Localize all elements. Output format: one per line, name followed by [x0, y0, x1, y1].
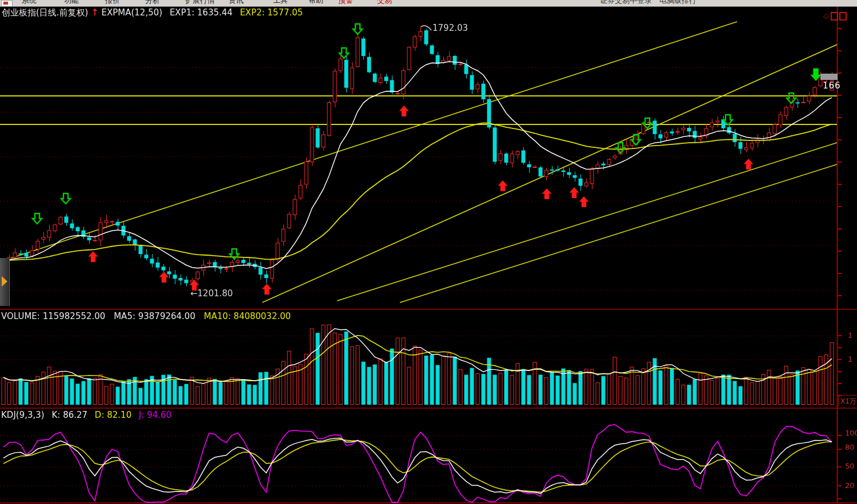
menu-right-text[interactable]: 证券交易中登录 电脑版排行: [600, 0, 696, 6]
kdj-name: KDJ(9,3,3): [1, 410, 45, 420]
trading-app-window: 系统 功能 报价 分析 扩展行情 资讯 工具 帮助 预警 交易 证券交易中登录 …: [0, 0, 857, 504]
app-icon[interactable]: [1, 0, 13, 7]
chart-canvas[interactable]: [0, 0, 857, 504]
kdj-axis-label-20: 20: [845, 481, 855, 490]
menu-item-trade[interactable]: 交易: [377, 0, 392, 6]
menu-item-tools[interactable]: 工具: [273, 0, 288, 6]
volume-ma10-readout: MA10: 84080032.00: [204, 311, 291, 321]
kdj-k-readout: K: 86.27: [51, 410, 87, 420]
window-icon-2[interactable]: [839, 12, 847, 21]
kdj-d-readout: D: 82.10: [95, 410, 131, 420]
menu-item-quotes[interactable]: 报价: [105, 0, 120, 6]
menu-item-function[interactable]: 功能: [64, 0, 79, 6]
volume-multiplier-label: X1万: [838, 395, 857, 406]
kdj-j-readout: J: 94.60: [139, 410, 171, 420]
menu-item-help[interactable]: 帮助: [309, 0, 323, 6]
menu-item-alert[interactable]: 预警: [338, 0, 353, 6]
window-icon[interactable]: [831, 12, 838, 21]
signal-up-arrow-icon: ↑: [91, 7, 98, 18]
side-panel-handle[interactable]: [0, 258, 10, 306]
volume-axis-label-2: 1: [848, 355, 852, 364]
kdj-axis-label-100: 100: [845, 429, 857, 437]
volume-header: VOLUME: 115982552.00 MA5: 93879264.00 MA…: [1, 311, 291, 321]
kdj-header: KDJ(9,3,3) K: 86.27 D: 82.10 J: 94.60: [1, 410, 171, 420]
kdj-axis-label-50: 50: [845, 462, 855, 470]
menu-item-system[interactable]: 系统: [22, 0, 37, 6]
corner-icons: ◇: [823, 11, 847, 21]
expand-arrow-icon: [2, 276, 7, 287]
diamond-icon[interactable]: ◇: [823, 11, 830, 20]
volume-ma5-readout: MA5: 93879264.00: [114, 311, 195, 321]
volume-axis-label-1: 1: [848, 331, 852, 340]
indicator-name: EXPMA(12,50): [101, 7, 162, 18]
last-price-marker: [820, 74, 838, 80]
menu-item-extended[interactable]: 扩展行情: [185, 0, 215, 6]
low-price-annotation: ←1201.80: [190, 288, 233, 299]
symbol-title: 创业板指(日线.前复权): [2, 7, 88, 18]
kdj-axis-label-80: 80: [845, 443, 855, 451]
main-chart-header: 创业板指(日线.前复权) ↑ EXPMA(12,50) EXP1: 1635.4…: [2, 7, 303, 18]
menu-bar: 系统 功能 报价 分析 扩展行情 资讯 工具 帮助 预警 交易 证券交易中登录 …: [0, 0, 857, 7]
menu-item-news[interactable]: 资讯: [229, 0, 243, 6]
exp1-readout: EXP1: 1635.44: [170, 7, 233, 18]
menu-item-analysis[interactable]: 分析: [145, 0, 160, 6]
volume-readout: VOLUME: 115982552.00: [1, 311, 105, 321]
high-price-annotation: 1792.03: [432, 23, 468, 33]
exp2-readout: EXP2: 1577.05: [240, 7, 303, 18]
last-price-label: 166: [823, 80, 841, 91]
